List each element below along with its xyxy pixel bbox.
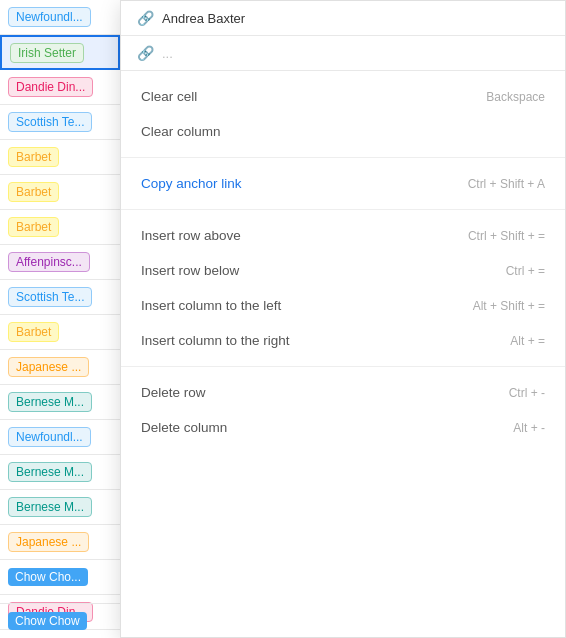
insert-col-right-label: Insert column to the right: [141, 333, 290, 348]
cell-tag-11: Bernese M...: [8, 392, 92, 412]
menu-item-clear-column[interactable]: Clear column: [121, 114, 565, 149]
cell-15[interactable]: Japanese ...: [0, 525, 120, 560]
insert-col-left-label: Insert column to the left: [141, 298, 281, 313]
menu-section-clear: Clear cell Backspace Clear column: [121, 71, 565, 158]
cell-tag-10: Japanese ...: [8, 357, 89, 377]
menu-section-insert: Insert row above Ctrl + Shift + = Insert…: [121, 210, 565, 367]
cell-tag-1: Irish Setter: [10, 43, 84, 63]
context-menu: 🔗 Andrea Baxter 🔗 ... Clear cell Backspa…: [120, 0, 566, 638]
cell-0[interactable]: Newfoundl...: [0, 0, 120, 35]
copy-anchor-shortcut: Ctrl + Shift + A: [468, 177, 545, 191]
delete-row-label: Delete row: [141, 385, 206, 400]
insert-row-below-label: Insert row below: [141, 263, 239, 278]
cell-tag-14: Bernese M...: [8, 497, 92, 517]
insert-col-left-shortcut: Alt + Shift + =: [473, 299, 545, 313]
menu-section-delete: Delete row Ctrl + - Delete column Alt + …: [121, 367, 565, 453]
delete-column-shortcut: Alt + -: [513, 421, 545, 435]
cell-tag-9: Barbet: [8, 322, 59, 342]
bottom-cell-tag: Chow Chow: [8, 612, 87, 630]
cell-tag-0: Newfoundl...: [8, 7, 91, 27]
header-text-1: Andrea Baxter: [162, 11, 245, 26]
insert-row-above-shortcut: Ctrl + Shift + =: [468, 229, 545, 243]
cell-tag-6: Barbet: [8, 217, 59, 237]
insert-row-below-shortcut: Ctrl + =: [506, 264, 545, 278]
cell-5[interactable]: Barbet: [0, 175, 120, 210]
cell-1[interactable]: Irish Setter: [0, 35, 120, 70]
link-icon-2: 🔗: [137, 45, 154, 61]
delete-row-shortcut: Ctrl + -: [509, 386, 545, 400]
cell-tag-7: Affenpinsc...: [8, 252, 90, 272]
cell-tag-12: Newfoundl...: [8, 427, 91, 447]
cell-9[interactable]: Barbet: [0, 315, 120, 350]
cell-12[interactable]: Newfoundl...: [0, 420, 120, 455]
menu-item-delete-row[interactable]: Delete row Ctrl + -: [121, 375, 565, 410]
cell-8[interactable]: Scottish Te...: [0, 280, 120, 315]
menu-item-insert-row-below[interactable]: Insert row below Ctrl + =: [121, 253, 565, 288]
spreadsheet-left-panel: Newfoundl... Irish Setter Dandie Din... …: [0, 0, 120, 638]
cell-3[interactable]: Scottish Te...: [0, 105, 120, 140]
menu-item-clear-cell[interactable]: Clear cell Backspace: [121, 79, 565, 114]
clear-cell-shortcut: Backspace: [486, 90, 545, 104]
menu-item-insert-col-left[interactable]: Insert column to the left Alt + Shift + …: [121, 288, 565, 323]
cell-11[interactable]: Bernese M...: [0, 385, 120, 420]
bottom-left-cell[interactable]: Chow Chow: [0, 603, 120, 638]
cell-2[interactable]: Dandie Din...: [0, 70, 120, 105]
cell-4[interactable]: Barbet: [0, 140, 120, 175]
menu-item-delete-column[interactable]: Delete column Alt + -: [121, 410, 565, 445]
cell-13[interactable]: Bernese M...: [0, 455, 120, 490]
menu-item-insert-row-above[interactable]: Insert row above Ctrl + Shift + =: [121, 218, 565, 253]
cell-tag-3: Scottish Te...: [8, 112, 92, 132]
cell-tag-4: Barbet: [8, 147, 59, 167]
header-row-1: 🔗 Andrea Baxter: [121, 1, 565, 36]
cell-10[interactable]: Japanese ...: [0, 350, 120, 385]
cell-14[interactable]: Bernese M...: [0, 490, 120, 525]
cell-7[interactable]: Affenpinsc...: [0, 245, 120, 280]
menu-item-copy-anchor[interactable]: Copy anchor link Ctrl + Shift + A: [121, 166, 565, 201]
cell-tag-13: Bernese M...: [8, 462, 92, 482]
header-row-2: 🔗 ...: [121, 36, 565, 71]
clear-column-label: Clear column: [141, 124, 221, 139]
header-text-2: ...: [162, 46, 173, 61]
cell-tag-8: Scottish Te...: [8, 287, 92, 307]
cell-tag-16: Chow Cho...: [8, 568, 88, 586]
clear-cell-label: Clear cell: [141, 89, 197, 104]
cell-16[interactable]: Chow Cho...: [0, 560, 120, 595]
delete-column-label: Delete column: [141, 420, 227, 435]
cell-tag-15: Japanese ...: [8, 532, 89, 552]
menu-item-insert-col-right[interactable]: Insert column to the right Alt + =: [121, 323, 565, 358]
insert-row-above-label: Insert row above: [141, 228, 241, 243]
copy-anchor-label: Copy anchor link: [141, 176, 242, 191]
link-icon-1: 🔗: [137, 10, 154, 26]
cell-tag-5: Barbet: [8, 182, 59, 202]
menu-section-anchor: Copy anchor link Ctrl + Shift + A: [121, 158, 565, 210]
insert-col-right-shortcut: Alt + =: [510, 334, 545, 348]
cell-tag-2: Dandie Din...: [8, 77, 93, 97]
cell-6[interactable]: Barbet: [0, 210, 120, 245]
